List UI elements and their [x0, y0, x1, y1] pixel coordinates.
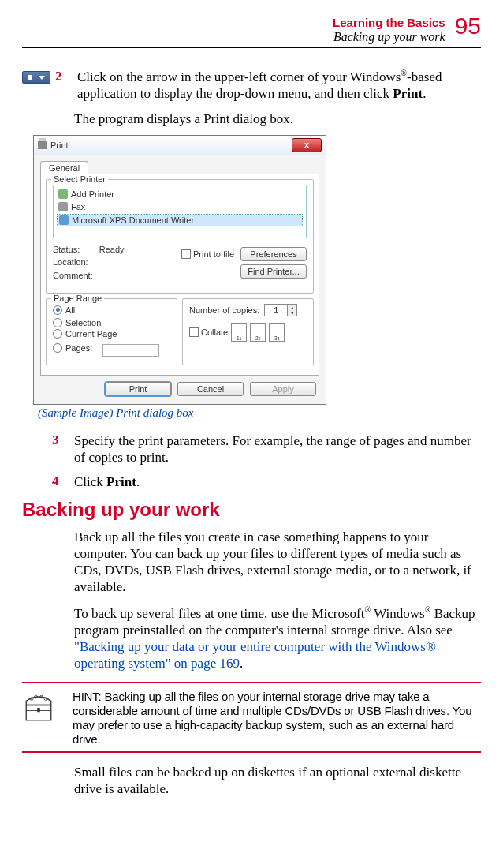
step-2-bold: Print — [393, 86, 423, 101]
collate-checkbox[interactable]: Collate — [189, 327, 228, 337]
collate-icon: 11 22 33 — [231, 323, 285, 342]
radio-selection-label: Selection — [65, 318, 101, 327]
print-dialog: Print x General Select Printer Add Print… — [33, 135, 326, 405]
radio-all[interactable]: All — [53, 305, 75, 315]
printer-label-add: Add Printer — [71, 189, 114, 199]
printer-label-xps: Microsoft XPS Document Writer — [72, 215, 194, 225]
close-button[interactable]: x — [292, 138, 322, 152]
printer-icon — [38, 141, 47, 149]
radio-current-label: Current Page — [65, 329, 117, 339]
svg-rect-2 — [37, 708, 40, 712]
collate-p3b: 3 — [278, 337, 280, 341]
group-label-page-range: Page Range — [51, 294, 104, 303]
group-copies: Number of copies: 1 ▴▾ Collate 11 22 — [182, 298, 314, 365]
printer-label-fax: Fax — [71, 202, 85, 211]
step-2-text-a: Click on the arrow in the upper-left cor… — [77, 69, 401, 84]
step-2-result: The program displays a Print dialog box. — [74, 110, 481, 127]
copies-label: Number of copies: — [189, 305, 259, 315]
step-2-text-c: . — [423, 86, 426, 101]
section-title: Backing up your work — [333, 30, 445, 44]
radio-pages[interactable]: Pages: — [53, 343, 92, 353]
tab-general[interactable]: General — [40, 161, 88, 174]
group-label-select-printer: Select Printer — [51, 174, 108, 184]
step-number-3: 3 — [52, 432, 74, 466]
registered-mark: ® — [401, 69, 407, 77]
printer-item-fax[interactable]: Fax — [57, 201, 303, 212]
copies-value: 1 — [265, 305, 287, 316]
margin-tag-icon — [22, 71, 50, 84]
xps-icon — [59, 215, 69, 225]
copies-spinner[interactable]: 1 ▴▾ — [264, 304, 297, 316]
hint-block: HINT: Backing up all the files on your i… — [22, 690, 481, 746]
step-4-text-a: Click — [74, 474, 106, 489]
group-select-printer: Select Printer Add Printer Fax Microsoft… — [46, 179, 314, 294]
printer-item-xps[interactable]: Microsoft XPS Document Writer — [57, 214, 303, 226]
apply-button[interactable]: Apply — [250, 382, 316, 396]
step-number-4: 4 — [52, 473, 74, 490]
para-3: Small files can be backed up on diskette… — [74, 764, 481, 798]
step-number-2: 2 — [55, 69, 77, 103]
para-2-a: To back up several files at one time, us… — [74, 606, 364, 621]
location-label: Location: — [53, 256, 125, 269]
step-2-text: Click on the arrow in the upper-left cor… — [77, 69, 481, 103]
para-2: To back up several files at one time, us… — [74, 605, 481, 672]
status-value: Ready — [99, 245, 125, 254]
comment-label: Comment: — [53, 269, 125, 282]
print-dialog-sample: Print x General Select Printer Add Print… — [33, 135, 481, 420]
preferences-button[interactable]: Preferences — [240, 247, 307, 261]
spinner-down-icon[interactable]: ▾ — [287, 310, 296, 316]
para-1: Back up all the files you create in case… — [74, 529, 481, 596]
dialog-title: Print — [50, 140, 69, 150]
group-page-range: Page Range All Selection Current Page Pa… — [46, 298, 177, 365]
radio-selection[interactable]: Selection — [53, 318, 101, 327]
find-printer-button[interactable]: Find Printer... — [240, 264, 307, 279]
para-2-b: Windows — [371, 606, 424, 621]
hint-separator-top — [22, 682, 481, 683]
hint-text: HINT: Backing up all the files on your i… — [73, 690, 481, 746]
fax-icon — [58, 202, 68, 211]
printer-list[interactable]: Add Printer Fax Microsoft XPS Document W… — [53, 185, 307, 238]
status-label: Status: — [53, 245, 80, 254]
page-header: Learning the Basics Backing up your work… — [22, 16, 481, 48]
radio-current-page[interactable]: Current Page — [53, 329, 117, 339]
printer-item-add[interactable]: Add Printer — [57, 189, 303, 200]
step-3-text: Specify the print parameters. For exampl… — [74, 432, 481, 466]
cross-reference-link[interactable]: "Backing up your data or your entire com… — [74, 639, 436, 671]
svg-rect-0 — [26, 705, 51, 720]
add-printer-icon — [58, 189, 68, 199]
step-4-text: Click Print. — [74, 473, 481, 490]
step-4-text-b: . — [136, 474, 140, 489]
print-to-file-checkbox[interactable]: Print to file — [181, 249, 234, 259]
hint-separator-bottom — [22, 751, 481, 753]
step-4-bold: Print — [106, 474, 136, 489]
collate-p2b: 2 — [259, 337, 261, 341]
cancel-button[interactable]: Cancel — [177, 382, 244, 396]
print-to-file-label: Print to file — [193, 249, 234, 259]
collate-label: Collate — [201, 327, 228, 337]
spinner-up-icon[interactable]: ▴ — [287, 305, 296, 310]
treasure-chest-icon — [22, 691, 55, 724]
section-heading: Backing up your work — [22, 499, 481, 521]
chapter-title: Learning the Basics — [333, 16, 445, 29]
page-number: 95 — [455, 14, 481, 38]
figure-caption: (Sample Image) Print dialog box — [38, 406, 481, 420]
collate-p1b: 1 — [240, 337, 242, 341]
header-text: Learning the Basics Backing up your work — [333, 16, 445, 44]
status-column: Status: Ready Location: Comment: — [53, 243, 125, 282]
print-button[interactable]: Print — [105, 382, 171, 396]
para-2-d: . — [240, 656, 243, 671]
radio-all-label: All — [65, 305, 75, 315]
radio-pages-label: Pages: — [65, 343, 92, 353]
dialog-titlebar: Print x — [34, 136, 326, 155]
pages-input[interactable] — [102, 344, 159, 357]
